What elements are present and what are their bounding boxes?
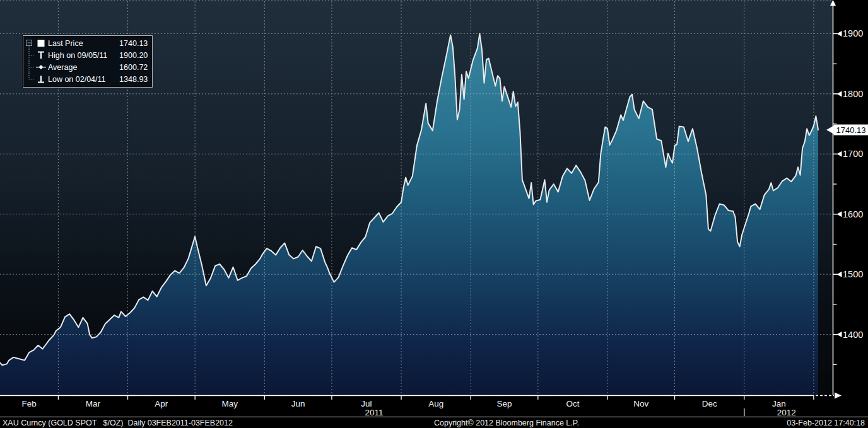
y-tick-arrow-icon bbox=[837, 91, 842, 96]
month-label: Nov bbox=[633, 399, 648, 408]
legend-item[interactable]: Last Price1740.13 bbox=[25, 37, 148, 49]
legend-item-value: 1740.13 bbox=[114, 39, 148, 48]
month-label: Dec bbox=[702, 399, 717, 408]
legend-item-value: 1900.20 bbox=[114, 51, 148, 60]
y-tick-label: 1600 bbox=[843, 209, 863, 219]
chart-area[interactable]: 190018001700160015001400FebMarAprMayJunJ… bbox=[0, 0, 868, 417]
legend-item-label: Average bbox=[47, 63, 83, 72]
legend-item-value: 1348.93 bbox=[114, 75, 148, 84]
legend-item-label: Last Price bbox=[47, 39, 90, 48]
year-label: 2012 bbox=[777, 408, 796, 417]
y-tick-label: 1800 bbox=[843, 89, 863, 99]
month-label: Jan bbox=[772, 399, 786, 408]
last-price-label: 1740.13 bbox=[836, 125, 866, 135]
month-label: Jun bbox=[291, 399, 305, 408]
y-tick-label: 1700 bbox=[843, 149, 863, 159]
legend-expander-icon[interactable] bbox=[25, 37, 35, 49]
y-tick-label: 1900 bbox=[843, 28, 863, 38]
legend-tree-line bbox=[25, 61, 35, 73]
legend-tree-line bbox=[25, 49, 35, 61]
month-label: Oct bbox=[566, 399, 579, 408]
y-tick-label: 1400 bbox=[843, 330, 863, 340]
y-tick-arrow-icon bbox=[837, 211, 842, 217]
high-marker-icon bbox=[35, 50, 47, 60]
average-marker-icon bbox=[35, 62, 47, 72]
y-tick-label: 1500 bbox=[843, 269, 863, 279]
year-label: 2011 bbox=[365, 408, 383, 417]
status-bar: XAU Curncy (GOLD SPOT $/OZ) Daily 03FEB2… bbox=[0, 417, 868, 428]
legend-item-label: Low on 02/04/11 bbox=[47, 75, 112, 84]
month-label: Mar bbox=[86, 399, 101, 408]
chart-legend[interactable]: Last Price1740.13High on 09/05/111900.20… bbox=[23, 35, 153, 88]
y-tick-arrow-icon bbox=[837, 151, 842, 157]
month-label: Feb bbox=[22, 399, 37, 408]
legend-item-value: 1600.72 bbox=[114, 63, 148, 72]
month-label: Jul bbox=[361, 399, 372, 408]
timestamp: 03-Feb-2012 17:40:18 bbox=[787, 418, 865, 428]
y-tick-arrow-icon bbox=[837, 31, 842, 37]
legend-item[interactable]: Average1600.72 bbox=[25, 61, 148, 73]
legend-item[interactable]: High on 09/05/111900.20 bbox=[25, 49, 148, 61]
month-label: Aug bbox=[428, 399, 443, 408]
last-price-swatch-icon bbox=[35, 38, 47, 48]
legend-tree-line bbox=[25, 73, 35, 85]
y-tick-arrow-icon bbox=[837, 332, 842, 337]
month-label: May bbox=[221, 399, 238, 408]
copyright-text: Copyright© 2012 Bloomberg Finance L.P. bbox=[434, 418, 579, 428]
low-marker-icon bbox=[35, 74, 47, 84]
y-tick-arrow-icon bbox=[837, 272, 842, 277]
x-axis-arrow-icon bbox=[835, 393, 842, 399]
month-label: Sep bbox=[497, 399, 512, 408]
legend-item[interactable]: Low on 02/04/111348.93 bbox=[25, 73, 148, 85]
security-description: XAU Curncy (GOLD SPOT $/OZ) Daily 03FEB2… bbox=[3, 418, 233, 428]
legend-item-label: High on 09/05/11 bbox=[47, 51, 114, 60]
month-label: Apr bbox=[155, 399, 168, 408]
